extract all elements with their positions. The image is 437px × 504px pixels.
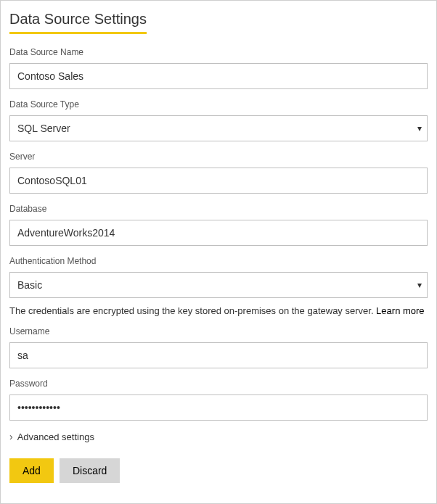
add-button[interactable]: Add	[9, 458, 54, 483]
chevron-right-icon: ›	[9, 431, 13, 442]
username-input[interactable]	[9, 342, 428, 368]
credentials-info-text: The credentials are encrypted using the …	[9, 305, 376, 316]
server-input[interactable]	[9, 168, 428, 194]
advanced-settings-label: Advanced settings	[17, 431, 94, 442]
data-source-name-input[interactable]	[9, 63, 428, 89]
credentials-info: The credentials are encrypted using the …	[9, 305, 428, 316]
username-label: Username	[9, 326, 428, 336]
page-title: Data Source Settings	[9, 11, 147, 34]
database-input[interactable]	[9, 220, 428, 246]
data-source-type-label: Data Source Type	[9, 99, 428, 110]
data-source-name-label: Data Source Name	[9, 47, 428, 57]
password-label: Password	[9, 379, 428, 389]
server-label: Server	[9, 152, 428, 162]
advanced-settings-toggle[interactable]: › Advanced settings	[9, 431, 428, 442]
database-label: Database	[9, 204, 428, 214]
auth-method-label: Authentication Method	[9, 256, 428, 266]
data-source-type-select[interactable]: SQL Server	[9, 115, 428, 141]
auth-method-select[interactable]: Basic	[9, 272, 428, 298]
discard-button[interactable]: Discard	[60, 458, 120, 483]
learn-more-link[interactable]: Learn more	[376, 305, 424, 316]
password-input[interactable]	[9, 394, 428, 421]
